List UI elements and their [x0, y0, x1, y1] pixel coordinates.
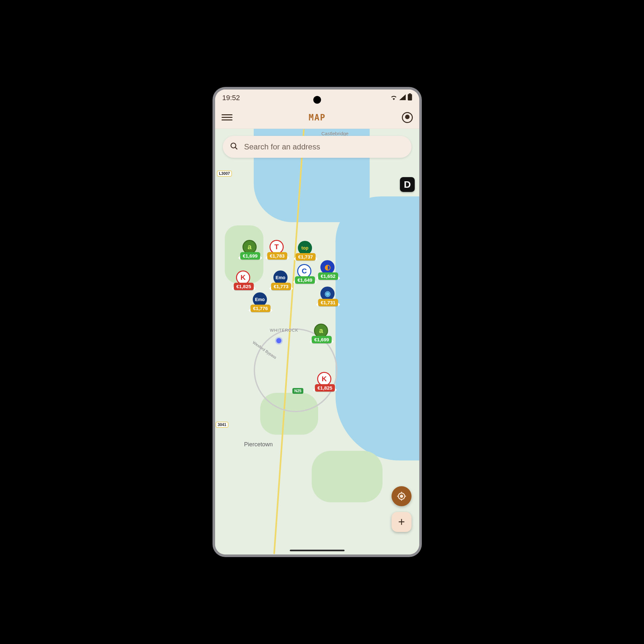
map-park [312, 451, 383, 502]
map-water [336, 196, 419, 460]
svg-rect-0 [409, 93, 411, 94]
battery-icon [408, 93, 412, 102]
page-title: MAP [309, 113, 326, 122]
map-canvas[interactable]: Castlebridge WHITEROCK Piercetown Wexfor… [215, 129, 419, 554]
station-pin-emo[interactable]: Emo€1,773 [271, 270, 290, 297]
status-icons [390, 93, 412, 102]
svg-rect-1 [408, 94, 412, 100]
road-badge: 3041 [216, 422, 228, 428]
price-label: €1,783 [267, 252, 287, 260]
price-label: €1,652 [318, 272, 338, 280]
add-station-button[interactable]: + [392, 512, 412, 532]
station-pin-topoil[interactable]: top€1,737 [296, 241, 314, 267]
price-label: €1,699 [312, 336, 332, 343]
fuel-type-toggle[interactable]: D [400, 177, 415, 192]
price-label: €1,737 [296, 253, 316, 260]
station-pin-applegreen[interactable]: a€1,699 [240, 240, 259, 266]
station-pin-maxol[interactable]: ◐€1,652 [318, 260, 337, 286]
price-label: €1,776 [251, 305, 270, 312]
price-label: €1,649 [295, 276, 315, 284]
price-label: €1,731 [318, 299, 338, 306]
station-pin-go[interactable]: ◉€1,731 [318, 287, 337, 313]
user-location-dot [276, 338, 281, 343]
map-place-label: WHITEROCK [270, 328, 298, 333]
camera-hole-icon [313, 96, 321, 104]
price-label: €1,699 [240, 252, 260, 260]
svg-line-3 [235, 147, 237, 149]
status-time: 19:52 [222, 94, 240, 102]
home-indicator[interactable] [290, 550, 345, 551]
station-pin-circlek[interactable]: K€1,825 [315, 372, 334, 398]
app-bar: MAP [215, 106, 419, 129]
map-place-label: Castlebridge [321, 131, 348, 136]
phone-screen: 19:52 MAP [215, 90, 419, 554]
menu-icon[interactable] [222, 112, 232, 123]
station-pin-applegreen[interactable]: a€1,699 [312, 324, 330, 350]
search-input[interactable] [244, 142, 404, 151]
price-label: €1,773 [271, 283, 291, 290]
locate-me-button[interactable] [392, 486, 412, 506]
search-bar[interactable] [223, 136, 412, 158]
svg-point-2 [231, 143, 236, 148]
station-pin-emo[interactable]: Emo€1,776 [251, 292, 269, 318]
price-label: €1,825 [234, 283, 254, 290]
wifi-icon [390, 94, 397, 102]
svg-point-4 [400, 495, 403, 497]
cellular-icon [399, 94, 406, 102]
station-pin-texaco[interactable]: T€1,783 [267, 240, 286, 266]
road-badge: N25 [292, 388, 303, 394]
search-icon [230, 142, 238, 152]
map-place-label: Piercetown [244, 441, 273, 448]
price-label: €1,825 [315, 384, 335, 392]
profile-icon[interactable] [402, 112, 413, 123]
station-pin-circlek[interactable]: K€1,825 [234, 270, 252, 297]
road-badge: L3007 [217, 171, 232, 176]
phone-frame: 19:52 MAP [213, 87, 422, 557]
station-pin-certa[interactable]: C€1,649 [295, 264, 314, 290]
